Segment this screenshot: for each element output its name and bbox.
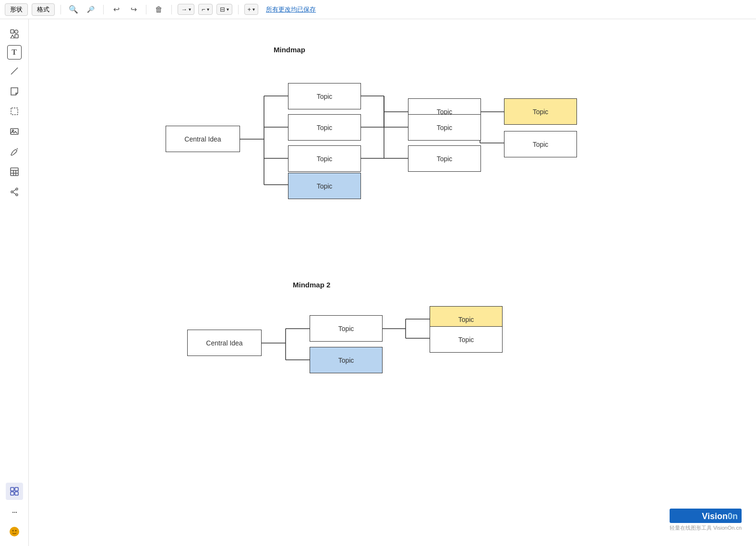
watermark: Vision0n 轻量在线图形工具 VisionOn.cn xyxy=(670,509,742,532)
svg-rect-18 xyxy=(11,487,14,491)
mindmap2: Mindmap 2 Central Idea Topic Topic xyxy=(187,281,514,410)
svg-point-15 xyxy=(16,194,18,196)
mindmap1: Mindmap xyxy=(110,43,509,249)
zoom-out-button[interactable]: 🔎 xyxy=(84,3,97,16)
svg-point-22 xyxy=(10,527,19,536)
svg-line-4 xyxy=(11,68,18,74)
mindmap1-topic8[interactable]: Topic xyxy=(504,98,577,125)
svg-point-1 xyxy=(14,30,18,34)
frame-tool[interactable] xyxy=(6,103,23,120)
shapes-tool[interactable] xyxy=(6,25,23,42)
toolbar-divider-4 xyxy=(171,5,172,14)
mindmap1-topic1[interactable]: Topic xyxy=(288,83,361,109)
line-style-dropdown[interactable]: ⊟▾ xyxy=(216,4,232,15)
svg-rect-5 xyxy=(11,108,18,115)
apps-tool[interactable] xyxy=(6,483,23,500)
format-button[interactable]: 格式 xyxy=(32,3,55,16)
undo-button[interactable]: ↩ xyxy=(109,3,123,16)
svg-line-17 xyxy=(13,192,16,194)
mindmap1-central-idea[interactable]: Central Idea xyxy=(166,126,240,152)
svg-rect-0 xyxy=(11,30,14,33)
mindmap1-topic6[interactable]: Topic xyxy=(408,114,481,141)
sticky-note-tool[interactable] xyxy=(6,83,23,100)
svg-rect-20 xyxy=(11,492,14,495)
arrow-style-dropdown[interactable]: →▾ xyxy=(178,4,194,15)
toolbar-divider-5 xyxy=(238,5,239,14)
mindmap2-title: Mindmap 2 xyxy=(293,281,330,289)
svg-point-14 xyxy=(11,191,13,193)
zoom-in-button[interactable]: 🔍 xyxy=(67,3,80,16)
canvas[interactable]: Mindmap xyxy=(29,19,756,546)
corner-style-dropdown[interactable]: ⌐▾ xyxy=(198,4,213,15)
mindmap1-title: Mindmap xyxy=(274,46,305,54)
save-status: 所有更改均已保存 xyxy=(266,5,316,14)
toolbar-divider-2 xyxy=(103,5,104,14)
draw-tool[interactable] xyxy=(6,143,23,160)
svg-line-16 xyxy=(13,190,16,191)
table-tool[interactable] xyxy=(6,163,23,180)
delete-button[interactable]: 🗑 xyxy=(152,3,166,16)
mindmap1-topic9[interactable]: Topic xyxy=(504,131,577,157)
toolbar-divider-1 xyxy=(60,5,61,14)
toolbar: 形状 格式 🔍 🔎 ↩ ↪ 🗑 →▾ ⌐▾ ⊟▾ +▾ 所有更改均已保存 xyxy=(0,0,756,19)
svg-rect-21 xyxy=(15,492,18,495)
mindmap2-topic1[interactable]: Topic xyxy=(310,315,383,342)
theme-tool[interactable] xyxy=(6,523,23,540)
svg-point-23 xyxy=(12,530,13,532)
text-tool[interactable]: T xyxy=(7,45,22,59)
mindmap2-topic4[interactable]: Topic xyxy=(430,326,503,353)
mindmap1-topic4[interactable]: Topic xyxy=(288,173,361,199)
shape-button[interactable]: 形状 xyxy=(5,3,28,16)
mindmap1-topic7[interactable]: Topic xyxy=(408,145,481,172)
share-tool[interactable] xyxy=(6,183,23,201)
mindmap1-topic3[interactable]: Topic xyxy=(288,145,361,172)
svg-rect-19 xyxy=(15,487,18,491)
toolbar-divider-3 xyxy=(146,5,146,14)
svg-point-24 xyxy=(15,530,16,532)
line-tool[interactable] xyxy=(6,62,23,80)
svg-rect-8 xyxy=(11,168,18,176)
redo-button[interactable]: ↪ xyxy=(127,3,140,16)
sidebar-bottom: ··· xyxy=(6,483,23,540)
mindmap2-central-idea[interactable]: Central Idea xyxy=(187,330,262,356)
watermark-subtitle: 轻量在线图形工具 VisionOn.cn xyxy=(670,524,742,532)
more-tool[interactable]: ··· xyxy=(6,503,23,520)
add-dropdown[interactable]: +▾ xyxy=(244,4,259,15)
svg-rect-3 xyxy=(15,35,18,38)
mindmap2-topic2[interactable]: Topic xyxy=(310,347,383,373)
watermark-logo: Vision0n xyxy=(670,509,742,523)
svg-marker-2 xyxy=(11,35,14,38)
svg-point-13 xyxy=(16,188,18,190)
mindmap1-topic2[interactable]: Topic xyxy=(288,114,361,141)
image-tool[interactable] xyxy=(6,123,23,140)
sidebar: T xyxy=(0,19,29,546)
